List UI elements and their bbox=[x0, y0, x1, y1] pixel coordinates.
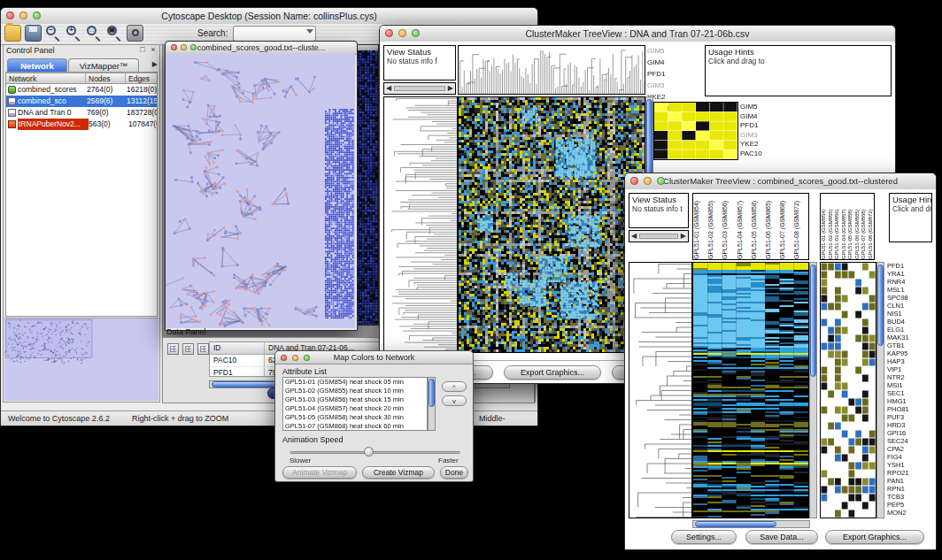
save-session-icon[interactable] bbox=[25, 25, 42, 42]
view-status-panel: View Status No status info t bbox=[629, 193, 689, 228]
zoom-button[interactable] bbox=[657, 177, 665, 185]
scrollbar-thumb[interactable] bbox=[877, 265, 884, 346]
attribute-list-item[interactable]: GPL51-05 (GSM858) heat shock 30 min bbox=[283, 413, 427, 422]
network-window-titlebar[interactable]: combined_scores_good.txt--cluste... bbox=[166, 42, 357, 55]
close-button[interactable] bbox=[171, 44, 177, 50]
zoom-selected-icon[interactable]: ▣ bbox=[106, 25, 123, 42]
export-graphics-button[interactable]: Export Graphics... bbox=[504, 365, 601, 380]
treeview1-titlebar[interactable]: ClusterMaker TreeView : DNA and Tran 07-… bbox=[380, 26, 895, 42]
open-network-icon[interactable] bbox=[4, 25, 21, 42]
zoom-fit-icon[interactable]: □ bbox=[86, 25, 103, 42]
zoom-button[interactable] bbox=[304, 355, 310, 361]
attribute-select-icon[interactable] bbox=[167, 343, 179, 355]
selection-heatmap-canvas[interactable] bbox=[820, 262, 876, 518]
tab-vizmapper[interactable]: VizMapper™ bbox=[68, 58, 139, 72]
birds-eye-view[interactable] bbox=[4, 318, 158, 401]
dialog-titlebar[interactable]: Map Colors to Network bbox=[275, 351, 473, 364]
scrollbar-thumb[interactable] bbox=[695, 521, 776, 527]
zoom-out-icon[interactable]: − bbox=[45, 25, 62, 42]
horizontal-scrollbar[interactable] bbox=[692, 520, 810, 528]
nav-right-icon[interactable]: ▶ bbox=[681, 231, 686, 242]
usage-hints-text: Click and drag bbox=[892, 204, 929, 213]
array-label: GPL51-06 (GSM865) bbox=[765, 194, 779, 259]
minimize-button[interactable] bbox=[292, 355, 298, 361]
network-row[interactable]: DNA and Tran 0769(0)183728(0) bbox=[6, 107, 157, 119]
tab-network[interactable]: Network bbox=[7, 58, 67, 72]
tab-overflow-icon[interactable]: ▶ bbox=[152, 60, 158, 68]
background-network-window[interactable] bbox=[356, 44, 379, 326]
vertical-scrollbar-2[interactable] bbox=[876, 262, 884, 518]
speed-slider-track[interactable] bbox=[290, 451, 460, 454]
network-row[interactable]: combined_scores2764(0)16218(0) bbox=[6, 84, 157, 96]
attribute-listbox[interactable]: GPL51-01 (GSM854) heat shock 05 minGPL51… bbox=[282, 377, 428, 431]
array-label: GPL51-02 (GSM855) bbox=[828, 194, 835, 259]
row-dendrogram-canvas[interactable] bbox=[383, 96, 458, 353]
vertical-scrollbar[interactable] bbox=[809, 262, 817, 518]
column-network[interactable]: Network bbox=[6, 73, 86, 83]
attribute-list-item[interactable]: GPL51-01 (GSM854) heat shock 05 min bbox=[283, 378, 427, 387]
heatmap-canvas[interactable] bbox=[458, 96, 645, 353]
settings-button[interactable]: Settings... bbox=[671, 530, 737, 544]
network-view-canvas[interactable] bbox=[166, 54, 355, 328]
dialog-buttons: Animate VizmapCreate VizmapDone bbox=[275, 466, 473, 480]
scrollbar-thumb[interactable] bbox=[429, 379, 435, 407]
zoom-button[interactable] bbox=[190, 44, 197, 50]
close-button[interactable] bbox=[281, 355, 287, 361]
zoom-button[interactable] bbox=[412, 29, 420, 37]
close-panel-icon[interactable]: × bbox=[149, 45, 158, 54]
save-data-button[interactable]: Save Data... bbox=[745, 530, 818, 544]
minimize-button[interactable] bbox=[19, 12, 27, 19]
animate-vizmap-button[interactable]: Animate Vizmap bbox=[282, 466, 357, 479]
zoom-button[interactable] bbox=[33, 12, 41, 19]
minimize-button[interactable] bbox=[644, 177, 652, 185]
network-row[interactable]: combined_sco2569(6)13112(15) bbox=[6, 96, 157, 107]
background-network-canvas[interactable] bbox=[357, 50, 378, 325]
gene-label: FIG4 bbox=[887, 453, 933, 461]
list-scrollbar[interactable] bbox=[428, 377, 436, 431]
column-dendrogram-canvas[interactable] bbox=[458, 45, 645, 95]
zoom-in-icon[interactable]: + bbox=[66, 25, 82, 42]
attribute-list-item[interactable]: GPL51-02 (GSM855) heat shock 10 min bbox=[283, 387, 427, 395]
main-titlebar[interactable]: Cytoscape Desktop (Session Name: collins… bbox=[1, 8, 537, 25]
done-button[interactable]: Done bbox=[440, 466, 468, 479]
column-nodes[interactable]: Nodes bbox=[86, 73, 126, 83]
column-edges[interactable]: Edges bbox=[126, 73, 157, 83]
row-dendrogram-canvas[interactable] bbox=[629, 262, 692, 518]
close-button[interactable] bbox=[630, 177, 638, 185]
close-button[interactable] bbox=[385, 29, 393, 37]
network-row[interactable]: tRNAPuberNov2...563(0)107847(0) bbox=[6, 119, 157, 130]
scrollbar-thumb[interactable] bbox=[810, 265, 816, 377]
create-vizmap-button[interactable]: Create Vizmap bbox=[362, 466, 435, 479]
minimize-button[interactable] bbox=[181, 44, 187, 50]
attribute-list-item[interactable]: GPL51-07 (GSM868) heat shock 60 min bbox=[283, 422, 427, 431]
export-graphics-button[interactable]: Export Graphics... bbox=[825, 530, 924, 544]
minimize-button[interactable] bbox=[398, 29, 406, 37]
nav-right-icon[interactable]: ▶ bbox=[448, 83, 453, 94]
search-combobox[interactable] bbox=[233, 26, 316, 42]
attribute-list-item[interactable]: GPL51-03 (GSM856) heat shock 15 min bbox=[283, 395, 427, 404]
treeview2-titlebar[interactable]: ClusterMaker TreeView : combined_scores_… bbox=[625, 173, 936, 190]
close-button[interactable] bbox=[6, 12, 14, 19]
float-panel-icon[interactable]: □ bbox=[138, 45, 147, 54]
move-up-button[interactable]: ^ bbox=[442, 381, 467, 392]
speed-slider-thumb[interactable] bbox=[364, 447, 374, 456]
array-label: GPL51-06 (GSM865) bbox=[854, 194, 861, 259]
gene-label: KAP95 bbox=[887, 349, 933, 357]
nav-track[interactable] bbox=[394, 86, 445, 91]
nav-left-icon[interactable]: ◀ bbox=[631, 231, 637, 242]
similarity-matrix-canvas[interactable] bbox=[653, 102, 738, 160]
attribute-matrix-icon[interactable] bbox=[197, 343, 209, 355]
nav-left-icon[interactable]: ◀ bbox=[386, 83, 391, 94]
heatmap-canvas[interactable] bbox=[692, 262, 809, 518]
attribute-list-item[interactable]: GPL51-04 (GSM857) heat shock 20 min bbox=[283, 404, 427, 413]
attribute-table-icon[interactable] bbox=[182, 343, 194, 355]
move-down-button[interactable]: v bbox=[442, 395, 467, 406]
column-id[interactable]: ID bbox=[210, 342, 265, 354]
nav-track[interactable] bbox=[639, 234, 678, 239]
network-view-icon bbox=[8, 109, 16, 117]
usage-hints-text: Click and drag to bbox=[708, 57, 888, 65]
gene-label: YRA1 bbox=[887, 270, 933, 278]
status-welcome: Welcome to Cytoscape 2.6.2 bbox=[8, 414, 110, 423]
gene-label: GIM4 bbox=[647, 57, 697, 68]
snapshot-icon[interactable] bbox=[127, 25, 143, 42]
